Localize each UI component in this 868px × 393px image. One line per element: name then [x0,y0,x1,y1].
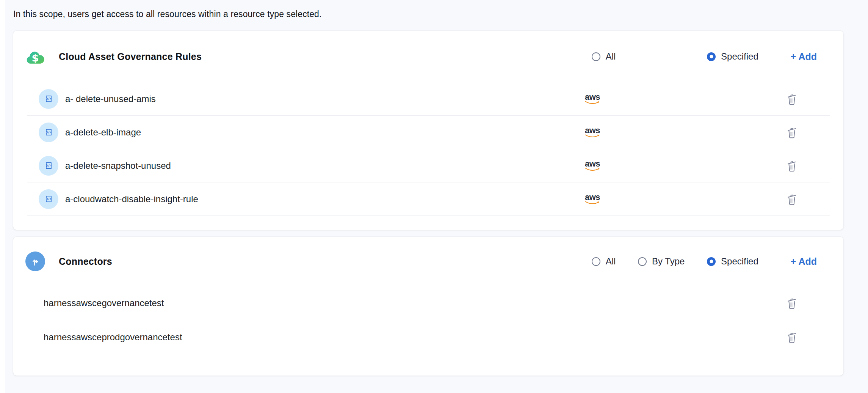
connector-name: harnessawsceprodgovernancetest [44,332,182,343]
rule-row: </> a-cloudwatch-disable-insight-rule aw… [27,182,830,216]
radio-unchecked-icon[interactable] [592,257,600,266]
trash-icon[interactable] [784,330,799,345]
rule-code-icon: </> [39,89,58,109]
radio-unchecked-icon[interactable] [638,257,647,266]
rule-row: </> a-delete-elb-image aws [27,116,830,149]
rule-code-icon: </> [39,156,58,176]
governance-radio-all[interactable]: All [592,51,616,62]
trash-icon[interactable] [784,91,799,107]
aws-logo-icon: aws [580,160,777,171]
rule-row: </> a-delete-snapshot-unused aws [27,149,830,182]
aws-logo-icon: aws [580,193,777,205]
radio-checked-icon[interactable] [707,257,716,266]
rule-name: a-delete-snapshot-unused [65,160,171,171]
rule-name: a-delete-elb-image [65,127,141,138]
connectors-card: Connectors All By Type Specified [13,237,843,376]
connectors-list: harnessawscegovernancetest [27,286,830,354]
radio-label: By Type [652,256,685,267]
rule-name: a-cloudwatch-disable-insight-rule [65,194,198,204]
svg-text:$: $ [32,52,39,64]
governance-rules-card: $ Cloud Asset Governance Rules All Speci… [13,31,843,230]
svg-text:</>: </> [46,164,51,167]
radio-label: All [606,51,616,62]
rule-code-icon: </> [39,123,58,142]
trash-icon[interactable] [784,296,799,311]
governance-card-title: Cloud Asset Governance Rules [59,51,202,62]
aws-logo-icon: aws [580,127,777,138]
svg-text:</>: </> [46,130,51,134]
governance-card-header: $ Cloud Asset Governance Rules All Speci… [13,31,843,82]
svg-text:</>: </> [46,97,51,101]
connector-name: harnessawscegovernancetest [44,298,164,308]
rule-name: a- delete-unused-amis [65,94,156,104]
trash-icon[interactable] [784,125,799,140]
rule-row: </> a- delete-unused-amis aws [27,82,830,116]
rule-code-icon: </> [39,189,58,209]
connectors-radio-group: All By Type Specified [592,256,758,267]
connectors-radio-all[interactable]: All [592,256,616,267]
trash-icon[interactable] [784,158,799,173]
connectors-radio-by-type[interactable]: By Type [638,256,685,267]
radio-label: Specified [721,51,758,62]
governance-rules-list: </> a- delete-unused-amis aws [27,82,830,216]
radio-label: All [606,256,616,267]
governance-add-button[interactable]: + Add [791,51,817,62]
radio-checked-icon[interactable] [707,52,716,61]
connectors-radio-specified[interactable]: Specified [707,256,758,267]
resource-scope-page: In this scope, users get access to all r… [0,0,868,376]
connector-row: harnessawsceprodgovernancetest [27,320,830,354]
governance-radio-specified[interactable]: Specified [707,51,758,62]
governance-radio-group: All Specified [592,51,758,62]
connectors-add-button[interactable]: + Add [791,256,817,267]
aws-logo-icon: aws [580,93,777,105]
cloud-dollar-icon: $ [25,47,45,66]
scope-description: In this scope, users get access to all r… [13,9,868,19]
trash-icon[interactable] [784,192,799,207]
radio-label: Specified [721,256,758,267]
connectors-card-title: Connectors [59,256,112,267]
connectors-card-header: Connectors All By Type Specified [13,237,843,286]
svg-text:</>: </> [46,197,51,201]
branch-arrows-icon [25,252,45,271]
radio-unchecked-icon[interactable] [592,52,600,61]
connector-row: harnessawscegovernancetest [27,286,830,320]
